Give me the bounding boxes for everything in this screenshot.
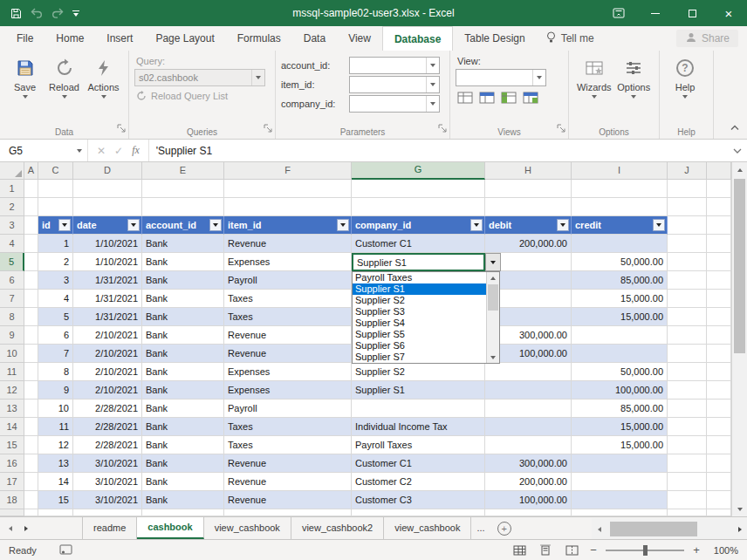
combobox-arrow-icon[interactable] [532,70,545,85]
cell-A14[interactable] [24,418,38,436]
page-layout-view-button[interactable] [536,542,555,559]
dropdown-option[interactable]: Supplier S1 [353,283,486,295]
cell-clipped[interactable] [38,509,73,516]
cell-E17[interactable]: Bank [142,473,224,491]
cell-C5[interactable]: 2 [38,253,73,271]
undo-icon[interactable] [31,0,43,26]
cell-I12[interactable]: 100,000.00 [572,381,668,400]
row-header-19[interactable] [0,509,24,516]
cell-E11[interactable]: Bank [142,363,224,381]
scroll-thumb[interactable] [610,522,697,536]
cell-G14[interactable]: Individual Income Tax [352,418,485,436]
name-box[interactable]: G5 [0,140,87,161]
cell-G1[interactable] [352,180,485,198]
cell-C7[interactable]: 4 [38,290,73,308]
view-table-green-button[interactable] [499,90,518,106]
cell-C14[interactable]: 11 [38,418,73,436]
redo-icon[interactable] [51,0,64,26]
cell-E1[interactable] [142,180,224,198]
sheet-tab-cashbook[interactable]: cashbook [137,517,203,539]
zoom-slider-thumb[interactable] [643,545,648,556]
cell-F11[interactable]: Expenses [224,363,352,381]
cell-F15[interactable]: Taxes [224,436,352,454]
cell-I7[interactable]: 15,000.00 [572,290,668,308]
cell-G17[interactable]: Customer C2 [352,473,485,491]
cell-D7[interactable]: 1/31/2021 [73,290,142,308]
cell-K12[interactable] [707,381,731,400]
cell-E4[interactable]: Bank [142,235,224,253]
sheet-tab-view_cashbook[interactable]: view_cashbook [384,517,471,539]
cell-A10[interactable] [24,345,38,363]
cell-F6[interactable]: Payroll [224,271,352,290]
cell-J18[interactable] [668,491,707,509]
cell-H18[interactable]: 100,000.00 [485,491,572,509]
cell-A9[interactable] [24,326,38,345]
cell-I15[interactable]: 15,000.00 [572,436,668,454]
cell-D14[interactable]: 2/28/2021 [73,418,142,436]
row-header-11[interactable]: 11 [0,363,24,381]
cell-C6[interactable]: 3 [38,271,73,290]
cell-E12[interactable]: Bank [142,381,224,400]
cell-A11[interactable] [24,363,38,381]
cell-K18[interactable] [707,491,731,509]
filter-button[interactable] [209,219,222,231]
cell-J8[interactable] [668,308,707,326]
row-header-10[interactable]: 10 [0,345,24,363]
ribbon-tab-view[interactable]: View [337,26,382,51]
cell-F18[interactable]: Revenue [224,491,352,509]
cell-E3[interactable]: account_id [142,216,224,235]
cell-K13[interactable] [707,400,731,418]
cell-D9[interactable]: 2/10/2021 [73,326,142,345]
row-header-7[interactable]: 7 [0,290,24,308]
cell-I5[interactable]: 50,000.00 [572,253,668,271]
cell-D8[interactable]: 1/31/2021 [73,308,142,326]
cell-F14[interactable]: Taxes [224,418,352,436]
scroll-up-icon[interactable] [732,162,747,177]
filter-button[interactable] [58,219,71,231]
row-header-3[interactable]: 3 [0,216,24,235]
cell-C15[interactable]: 12 [38,436,73,454]
cell-D18[interactable]: 3/10/2021 [73,491,142,509]
cell-C12[interactable]: 9 [38,381,73,400]
cell-G12[interactable]: Supplier S1 [352,381,485,400]
cell-J1[interactable] [668,180,707,198]
ribbon-tab-home[interactable]: Home [45,26,95,51]
cell-J2[interactable] [668,198,707,216]
cell-D2[interactable] [73,198,142,216]
save-icon[interactable] [10,0,22,26]
cell-D3[interactable]: date [73,216,142,235]
cell-A2[interactable] [24,198,38,216]
cell-E2[interactable] [142,198,224,216]
cell-K9[interactable] [707,326,731,345]
cell-clipped[interactable] [668,509,707,516]
cell-I16[interactable] [572,454,668,473]
row-header-15[interactable]: 15 [0,436,24,454]
cell-C8[interactable]: 5 [38,308,73,326]
row-header-1[interactable]: 1 [0,180,24,198]
cell-clipped[interactable] [707,509,731,516]
options-button[interactable]: Options [614,54,654,125]
ribbon-tab-page-layout[interactable]: Page Layout [144,26,225,51]
scroll-left-icon[interactable] [592,518,607,540]
vertical-scrollbar[interactable] [731,162,747,516]
column-header-A[interactable]: A [24,162,38,180]
formula-input[interactable]: 'Supplier S1 [149,140,728,161]
ribbon-tab-formulas[interactable]: Formulas [226,26,292,51]
cell-K14[interactable] [707,418,731,436]
cell-D10[interactable]: 2/10/2021 [73,345,142,363]
column-header-H[interactable]: H [485,162,572,180]
cell-J17[interactable] [668,473,707,491]
cell-I8[interactable]: 15,000.00 [572,308,668,326]
cell-F3[interactable]: item_id [224,216,352,235]
column-header-F[interactable]: F [224,162,352,180]
cell-E6[interactable]: Bank [142,271,224,290]
cell-C1[interactable] [38,180,73,198]
cell-I4[interactable] [572,235,668,253]
macro-record-icon[interactable] [59,544,72,556]
row-header-6[interactable]: 6 [0,271,24,290]
ribbon-display-options-button[interactable] [600,0,637,26]
item-id-combobox[interactable] [349,76,440,93]
view-grid-button[interactable] [456,90,475,106]
ribbon-tab-database[interactable]: Database [382,26,453,51]
cell-J3[interactable] [668,216,707,235]
